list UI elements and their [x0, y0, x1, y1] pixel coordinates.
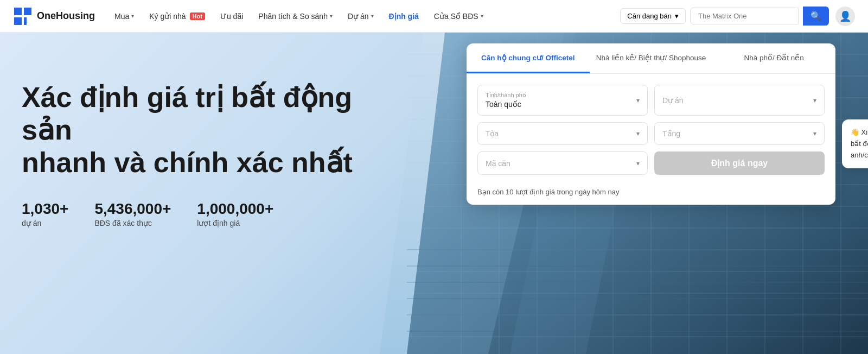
- search-group: Căn đang bán ▾ 🔍: [620, 7, 829, 26]
- svg-rect-4: [24, 17, 27, 25]
- navbar: OneHousing Mua ▾ Ký gửi nhà Hot Ưu đãi P…: [0, 0, 868, 33]
- tab-canho[interactable]: Căn hộ chung cư/ Officetel: [467, 43, 590, 73]
- nav-kygui[interactable]: Ký gửi nhà Hot: [143, 9, 212, 24]
- chevron-down-icon: ▾: [131, 13, 134, 19]
- nav-dinhhgia[interactable]: Định giá: [382, 9, 425, 24]
- chevron-down-icon: ▾: [675, 12, 679, 20]
- duan-select[interactable]: Dự án ▾: [654, 85, 825, 116]
- form-body: Tỉnh/thành phố Toàn quốc ▾ Dự án ▾ Tòa ▾…: [467, 74, 835, 184]
- nav-phantich[interactable]: Phân tích & So sánh ▾: [252, 9, 339, 24]
- logo-text: OneHousing: [37, 10, 95, 22]
- nav-mua[interactable]: Mua ▾: [108, 9, 141, 24]
- logo-icon: [13, 7, 33, 26]
- svg-rect-3: [14, 17, 22, 25]
- chevron-down-icon: ▾: [813, 97, 816, 104]
- chevron-down-icon: ▾: [636, 160, 640, 167]
- nav-duan[interactable]: Dự án ▾: [341, 9, 380, 24]
- search-input[interactable]: [690, 8, 799, 24]
- hero-stats: 1,030+ dự án 5,436,000+ BĐS đã xác thực …: [22, 200, 401, 227]
- toa-select[interactable]: Tòa ▾: [477, 122, 648, 145]
- tang-select[interactable]: Tầng ▾: [654, 122, 825, 145]
- chat-bubble: 👋 Xin chào, em là Lan trợ lý ảo lĩnh vực…: [842, 119, 868, 168]
- chevron-down-icon: ▾: [481, 13, 483, 19]
- tab-nhapho[interactable]: Nhà phố/ Đất nền: [712, 43, 835, 73]
- tinh-select[interactable]: Tỉnh/thành phố Toàn quốc ▾: [477, 85, 648, 116]
- stat-duan: 1,030+ dự án: [22, 200, 68, 227]
- chevron-down-icon: ▾: [330, 13, 333, 19]
- chevron-down-icon: ▾: [636, 130, 640, 137]
- svg-rect-2: [24, 8, 31, 15]
- macan-select[interactable]: Mã căn ▾: [477, 151, 648, 175]
- hero-content: Xác định giá trị bất động sản nhanh và c…: [22, 81, 401, 227]
- chevron-down-icon: ▾: [371, 13, 374, 19]
- form-footer: Bạn còn 10 lượt định giá trong ngày hôm …: [467, 184, 835, 205]
- chevron-down-icon: ▾: [813, 130, 816, 137]
- nav-uudai[interactable]: Ưu đãi: [214, 9, 250, 24]
- stat-luot: 1,000,000+ lượt định giá: [197, 200, 273, 227]
- svg-rect-1: [14, 8, 22, 15]
- search-filter-dropdown[interactable]: Căn đang bán ▾: [620, 8, 686, 24]
- chevron-down-icon: ▾: [636, 97, 640, 104]
- hero-title: Xác định giá trị bất động sản nhanh và c…: [22, 81, 401, 179]
- tab-nhalienkw[interactable]: Nhà liền kề/ Biệt thự/ Shophouse: [590, 43, 713, 73]
- nav-cuaso[interactable]: Cửa Sổ BĐS ▾: [427, 9, 490, 24]
- dinh-gia-button[interactable]: Định giá ngay: [654, 151, 825, 175]
- logo[interactable]: OneHousing: [13, 7, 95, 26]
- form-tabs: Căn hộ chung cư/ Officetel Nhà liền kề/ …: [467, 43, 835, 74]
- stat-bds: 5,436,000+ BĐS đã xác thực: [94, 200, 171, 227]
- hero-section: Xác định giá trị bất động sản nhanh và c…: [0, 33, 868, 354]
- user-avatar[interactable]: 👤: [835, 7, 855, 26]
- form-card: Căn hộ chung cư/ Officetel Nhà liền kề/ …: [467, 43, 835, 205]
- search-button[interactable]: 🔍: [803, 7, 829, 26]
